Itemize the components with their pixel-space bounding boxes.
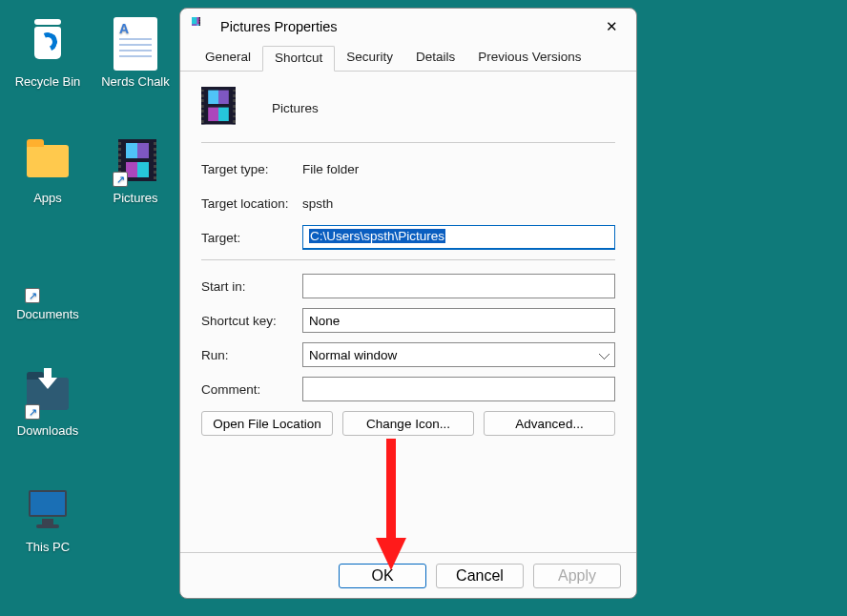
tab-previous-versions[interactable]: Previous Versions <box>466 46 592 72</box>
desktop-icon-downloads[interactable]: ↗ Downloads <box>8 366 88 438</box>
window-title: Pictures Properties <box>220 19 590 34</box>
separator <box>201 142 615 143</box>
close-icon: ✕ <box>606 18 618 35</box>
shortcut-overlay-icon: ↗ <box>25 404 40 420</box>
shortcut-overlay-icon: ↗ <box>113 172 128 187</box>
document-icon <box>114 17 157 71</box>
item-name: Pictures <box>272 101 319 115</box>
desktop-icon-label: Recycle Bin <box>8 74 88 89</box>
desktop-icon-label: This PC <box>8 540 88 554</box>
close-button[interactable]: ✕ <box>590 12 632 41</box>
cancel-button[interactable]: Cancel <box>436 564 524 588</box>
tab-security[interactable]: Security <box>335 46 404 72</box>
target-input[interactable]: C:\Users\spsth\Pictures <box>302 225 615 250</box>
label-comment: Comment: <box>201 382 302 397</box>
desktop-icon-label: Documents <box>8 307 88 321</box>
label-shortcut-key: Shortcut key: <box>201 314 302 328</box>
label-start-in: Start in: <box>201 279 302 294</box>
item-icon <box>201 87 243 129</box>
folder-icon <box>21 133 74 187</box>
value-target-location: spsth <box>302 196 615 211</box>
advanced-button[interactable]: Advanced... <box>484 411 615 436</box>
desktop-icon-apps[interactable]: Apps <box>8 133 88 205</box>
desktop-icon-label: Nerds Chalk <box>95 74 176 89</box>
dialog-footer: OK Cancel Apply <box>180 552 636 598</box>
desktop-icon-nerds-chalk[interactable]: Nerds Chalk <box>95 17 176 89</box>
folder-icon: ↗ <box>21 250 74 303</box>
label-target-type: Target type: <box>201 162 302 176</box>
properties-window: Pictures Properties ✕ General Shortcut S… <box>179 8 637 599</box>
label-target-location: Target location: <box>201 196 302 211</box>
desktop-icon-label: Downloads <box>8 423 88 438</box>
desktop-icon-label: Apps <box>8 191 88 205</box>
desktop-icon-pictures[interactable]: ↗ Pictures <box>95 133 176 205</box>
tab-details[interactable]: Details <box>404 46 466 72</box>
shortcut-key-input[interactable] <box>302 308 615 333</box>
separator <box>201 259 615 260</box>
downloads-folder-icon: ↗ <box>21 366 74 420</box>
tab-body: Pictures Target type: File folder Target… <box>180 72 636 552</box>
desktop-icon-label: Pictures <box>95 191 176 205</box>
start-in-input[interactable] <box>302 274 615 298</box>
ok-button[interactable]: OK <box>339 564 426 588</box>
desktop-icon-recycle-bin[interactable]: Recycle Bin <box>8 17 88 89</box>
titlebar[interactable]: Pictures Properties ✕ <box>180 9 636 45</box>
apply-button[interactable]: Apply <box>533 564 621 588</box>
open-file-location-button[interactable]: Open File Location <box>201 411 333 436</box>
film-icon: ↗ <box>109 133 162 187</box>
window-icon <box>192 17 211 36</box>
pc-icon <box>21 483 74 536</box>
target-input-selection: C:\Users\spsth\Pictures <box>309 229 445 243</box>
value-target-type: File folder <box>302 162 615 176</box>
comment-input[interactable] <box>302 377 615 401</box>
tab-strip: General Shortcut Security Details Previo… <box>180 45 636 72</box>
desktop-icon-this-pc[interactable]: This PC <box>8 483 88 554</box>
shortcut-overlay-icon: ↗ <box>25 288 40 303</box>
tab-general[interactable]: General <box>194 46 262 72</box>
recycle-bin-icon <box>21 17 74 71</box>
tab-shortcut[interactable]: Shortcut <box>262 46 335 72</box>
change-icon-button[interactable]: Change Icon... <box>342 411 474 436</box>
run-select[interactable]: Normal window <box>302 342 615 367</box>
label-target: Target: <box>201 231 302 245</box>
desktop-icon-documents[interactable]: ↗ Documents <box>8 250 88 321</box>
label-run: Run: <box>201 348 302 362</box>
